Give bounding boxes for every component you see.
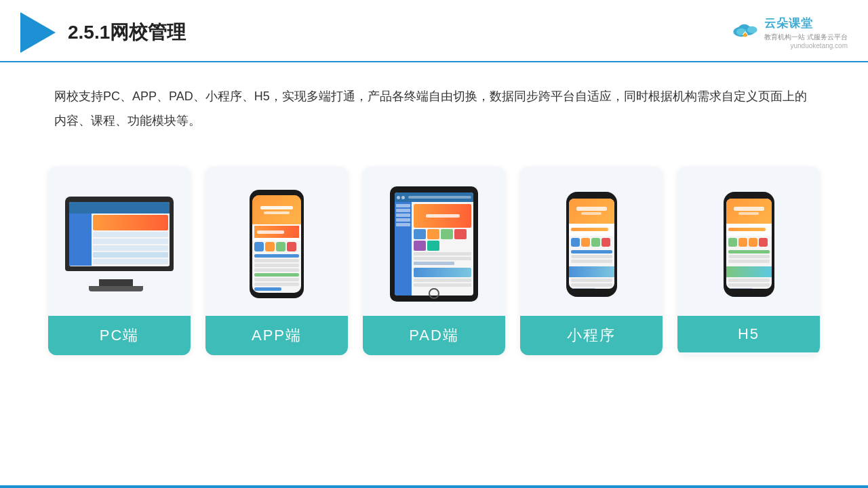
phone-notch [267,190,286,195]
brand-top-row: 云朵课堂 教育机构一站 式服务云平台 [730,16,848,42]
phone-small-screen-h5 [726,199,772,289]
card-miniprogram: 小程序 [520,167,663,355]
bottom-border [0,485,868,488]
card-image-h5 [677,167,820,316]
brand-right-text: 云朵课堂 教育机构一站 式服务云平台 [764,16,848,42]
pc-monitor-icon [62,197,177,291]
phone-screen [252,195,301,293]
card-app: APP端 [205,167,348,355]
card-label-pc: PC端 [48,316,191,355]
header: 2.5.1网校管理 云朵课堂 教育机构一站 式服务云平台 yunduoketan… [0,0,868,62]
phone-h5-icon [724,192,774,297]
logo-triangle-icon [20,12,56,53]
card-label-miniprogram: 小程序 [520,316,663,355]
phone-miniprogram-icon [566,192,617,297]
phone-small-notch-h5 [740,192,757,196]
tablet-screen [395,192,473,296]
card-image-miniprogram [520,167,663,316]
card-label-app: APP端 [205,316,348,355]
card-pad: PAD端 [363,167,505,355]
header-left: 2.5.1网校管理 [20,12,186,53]
card-label-pad: PAD端 [363,316,505,355]
description-text: 网校支持PC、APP、PAD、小程序、H5，实现多端打通，产品各终端自由切换，数… [0,62,868,146]
card-label-h5: H5 [677,316,820,352]
tablet-home-button [429,288,439,299]
card-image-pc [48,167,191,316]
cloud-logo-icon [730,18,760,41]
cards-section: PC端 [0,153,868,375]
card-h5: H5 [677,167,820,355]
card-image-pad [363,167,505,316]
brand-url: yunduoketang.com [790,42,848,49]
brand-slogan: 教育机构一站 式服务云平台 [764,33,848,42]
svg-point-3 [747,26,757,33]
card-image-app [205,167,348,316]
page-title: 2.5.1网校管理 [68,20,186,45]
phone-small-screen [569,199,614,289]
brand-area: 云朵课堂 教育机构一站 式服务云平台 yunduoketang.com [730,16,848,49]
phone-app-icon [250,190,304,298]
tablet-icon [390,186,478,302]
brand-name: 云朵课堂 [764,16,813,31]
card-pc: PC端 [48,167,191,355]
phone-small-notch [583,192,600,196]
